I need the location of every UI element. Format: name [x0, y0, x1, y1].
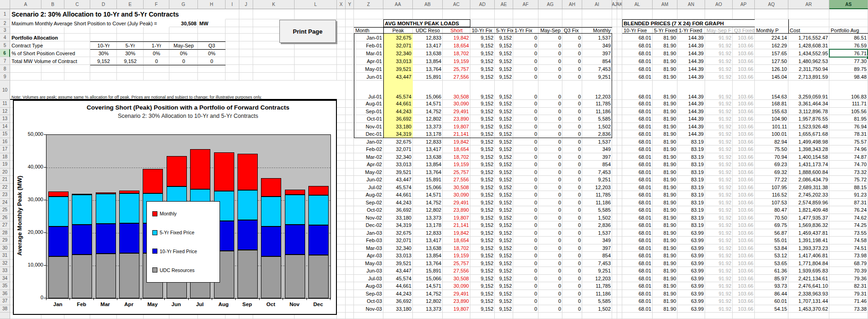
peak-header-5[interactable]: 5-Yr Fix — [495, 27, 513, 34]
grid-cell-Y25[interactable] — [346, 206, 354, 214]
cell-AC28[interactable]: 19,842 — [443, 229, 470, 237]
cell-AR34[interactable]: 2,421,134.61 — [788, 275, 829, 283]
grid-cell-AJ8[interactable] — [612, 65, 617, 73]
cell-AG14[interactable]: 0 — [538, 123, 562, 131]
cell-AL32[interactable]: 68.01 — [622, 260, 653, 267]
cell-AC23[interactable]: 30,090 — [443, 191, 470, 199]
cell-AA27[interactable]: 34,319 — [383, 221, 413, 229]
cell-AQ13[interactable]: 104.90 — [755, 115, 788, 123]
grid-cell-AK21[interactable] — [617, 176, 622, 184]
cell-AE14[interactable]: 9,152 — [495, 123, 513, 131]
cell-AN18[interactable]: 83.19 — [677, 153, 705, 161]
cell-AF7[interactable]: 0 — [513, 57, 538, 65]
cell-AL8[interactable]: 68.01 — [622, 65, 653, 73]
cell-AI8[interactable]: 7,453 — [582, 65, 612, 73]
cell-AN17[interactable]: 83.19 — [677, 145, 705, 153]
cell-AL5[interactable]: 68.01 — [622, 41, 653, 49]
cell-AE15[interactable]: 9,152 — [495, 130, 513, 138]
cell-AC10[interactable]: 30,508 — [443, 81, 470, 100]
cell-AE37[interactable]: 9,152 — [495, 297, 513, 305]
cell-AS25[interactable]: 76.24 — [829, 206, 868, 214]
cell-AH19[interactable]: 0 — [562, 161, 582, 168]
grid-cell-AHpad[interactable] — [562, 313, 582, 319]
cell-AB19[interactable]: 13,854 — [413, 161, 443, 168]
cell-AM26[interactable]: 81.90 — [653, 214, 677, 222]
cell-AR21[interactable]: 2,086,434.79 — [788, 176, 829, 184]
grid-cell-AJ17[interactable] — [612, 145, 617, 153]
cell-AS30[interactable]: 74.51 — [829, 244, 868, 252]
grid-cell-Z1[interactable] — [354, 9, 383, 19]
cell-AE38[interactable]: 9,152 — [495, 305, 513, 313]
cell-AH12[interactable]: 0 — [562, 108, 582, 116]
column-header-Z[interactable]: Z — [354, 0, 383, 9]
grid-cell-AK23[interactable] — [617, 191, 622, 199]
grid-cell-K6[interactable] — [253, 49, 295, 57]
cell-AR20[interactable]: 1,888,600.84 — [788, 168, 829, 176]
grid-cell-Y30[interactable] — [346, 244, 354, 252]
cell-AN10[interactable]: 144.39 — [677, 81, 705, 100]
row-header-13[interactable]: 13 — [0, 115, 10, 123]
grid-cell-H9[interactable] — [198, 73, 226, 81]
grid-cell-B9[interactable] — [41, 73, 64, 81]
cell-AB12[interactable]: 14,752 — [413, 108, 443, 116]
column-header-AK[interactable]: AK — [617, 0, 622, 9]
cell-AS36[interactable]: 79.31 — [829, 290, 868, 298]
cell-AH5[interactable]: 0 — [562, 41, 582, 49]
cell-AS37[interactable]: 71.46 — [829, 297, 868, 305]
cell-AL22[interactable]: 68.01 — [622, 184, 653, 191]
cell-AL9[interactable]: 68.01 — [622, 73, 653, 81]
cell-AF30[interactable]: 0 — [513, 244, 538, 252]
cell-AF38[interactable]: 0 — [513, 305, 538, 313]
cell-AH9[interactable]: 0 — [562, 73, 582, 81]
cell-AN7[interactable]: 144.39 — [677, 57, 705, 65]
cell-AG31[interactable]: 0 — [538, 252, 562, 260]
column-header-AN[interactable]: AN — [677, 0, 705, 9]
cell-AR16[interactable]: 1,499,498.98 — [788, 138, 829, 146]
grid-cell-ACpad[interactable] — [443, 313, 470, 319]
cell-AN29[interactable]: 63.99 — [677, 237, 705, 244]
grid-cell-AJ32[interactable] — [612, 260, 617, 267]
cell-AP25[interactable]: 103.66 — [733, 206, 755, 214]
cell-AH35[interactable]: 0 — [562, 282, 582, 290]
grid-cell-I4[interactable] — [226, 34, 239, 41]
cell-AL13[interactable]: 68.01 — [622, 115, 653, 123]
grid-cell-Y31[interactable] — [346, 252, 354, 260]
grid-cell-AJ27[interactable] — [612, 221, 617, 229]
cell-AG33[interactable]: 0 — [538, 267, 562, 275]
cell-AR13[interactable]: 1,957,876.55 — [788, 115, 829, 123]
cell-AB7[interactable]: 13,854 — [413, 57, 443, 65]
cell-AC17[interactable]: 18,654 — [443, 145, 470, 153]
grid-cell-A8[interactable] — [10, 65, 41, 73]
cell-AL26[interactable]: 68.01 — [622, 214, 653, 222]
cell-AE35[interactable]: 9,152 — [495, 282, 513, 290]
grid-cell-Y37[interactable] — [346, 297, 354, 305]
cell-AS12[interactable]: 105.56 — [829, 108, 868, 116]
cell-Z27[interactable]: Dec-02 — [354, 221, 383, 229]
cell-AP22[interactable]: 103.66 — [733, 184, 755, 191]
cell-AP36[interactable]: 103.66 — [733, 290, 755, 298]
cell-AE31[interactable]: 9,152 — [495, 252, 513, 260]
cell-AR5[interactable]: 1,428,608.31 — [788, 41, 829, 49]
cell-AN26[interactable]: 83.19 — [677, 214, 705, 222]
grid-cell-Y20[interactable] — [346, 168, 354, 176]
cell-AP33[interactable]: 103.66 — [733, 267, 755, 275]
row-header-37[interactable]: 37 — [0, 297, 10, 305]
cell-AG34[interactable]: 0 — [538, 275, 562, 283]
price-header-4[interactable]: Q3 Fixed — [733, 27, 755, 34]
cell-AC7[interactable]: 19,159 — [443, 57, 470, 65]
cell-AG22[interactable]: 0 — [538, 184, 562, 191]
cell-AH28[interactable]: 0 — [562, 229, 582, 237]
peak-header-2[interactable]: UDC Reso — [413, 27, 443, 34]
grid-cell-AL1[interactable] — [622, 9, 653, 19]
cell-AN16[interactable]: 83.19 — [677, 138, 705, 146]
cell-AM7[interactable]: 81.90 — [653, 57, 677, 65]
column-header-AM[interactable]: AM — [653, 0, 677, 9]
column-header-B[interactable]: B — [41, 0, 64, 9]
grid-cell-Y1[interactable] — [346, 9, 354, 19]
cell-AG26[interactable]: 0 — [538, 214, 562, 222]
cell-AF25[interactable]: 0 — [513, 206, 538, 214]
cell-AD23[interactable]: 9,152 — [470, 191, 495, 199]
cell-AP21[interactable]: 103.66 — [733, 176, 755, 184]
grid-cell-ASpad[interactable] — [829, 313, 868, 319]
cell-AE28[interactable]: 9,152 — [495, 229, 513, 237]
